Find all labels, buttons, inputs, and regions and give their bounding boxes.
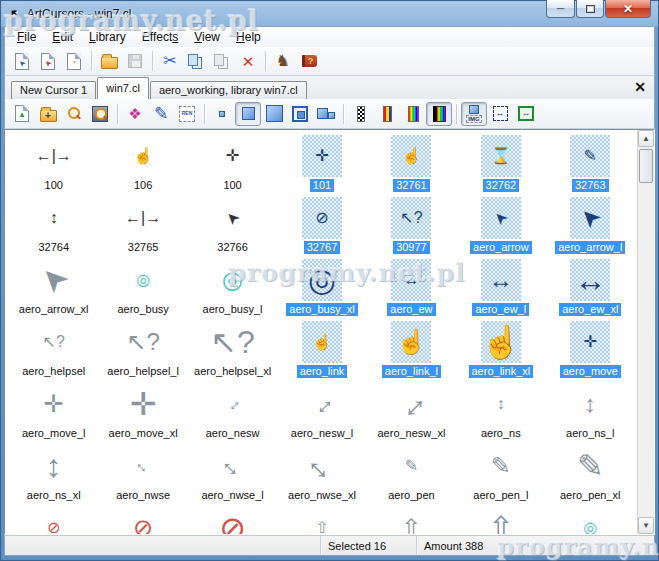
crop-button[interactable]: ↔ [487,102,513,126]
cursor-tile-32763[interactable]: ✎32763 [546,135,635,197]
cursor-label: aero_busy [114,303,171,316]
cursor-tile-32761[interactable]: ☝32761 [367,135,456,197]
cursor-tile-aero_ew_xl[interactable]: ↔aero_ew_xl [546,259,635,321]
minimize-button[interactable]: ─ [546,0,575,18]
cursor-glyph: ↔ [305,387,339,421]
cursor-tile-aero_ns_l[interactable]: ↕aero_ns_l [546,383,635,445]
cursor-tile-aero_nwse_xl[interactable]: ↔aero_nwse_xl [277,445,366,507]
view-medium-button[interactable] [235,102,261,126]
menu-edit[interactable]: Edit [44,28,81,46]
tab-close-icon[interactable]: ✕ [634,79,646,95]
open-button[interactable] [96,49,122,73]
mono-palette-button[interactable] [348,102,374,126]
cursor-tile-32762[interactable]: ⌛32762 [456,135,545,197]
new-from-image-button[interactable]: ➤ [35,49,61,73]
tab-aero-working-library-win7-cl[interactable]: aero_working, library win7.cl [150,81,307,99]
cursor-tile-100[interactable]: ✛100 [188,135,277,197]
add-to-library-button[interactable]: + [35,102,61,126]
cursor-tile-aero_nesw[interactable]: ↔aero_nesw [188,383,277,445]
rename-button[interactable]: REN [174,102,200,126]
cursor-tile-aero_working[interactable]: ◎aero_working [546,507,635,534]
scroll-thumb[interactable] [639,149,653,183]
new-animated-cursor-button[interactable]: ◔ [61,49,87,73]
view-small-button[interactable] [209,102,235,126]
cursor-tile-aero_pen_xl[interactable]: ✎aero_pen_xl [546,445,635,507]
menu-library[interactable]: Library [81,28,134,46]
cursor-tile-aero_ew[interactable]: ↔aero_ew [367,259,456,321]
cut-button[interactable]: ✂ [157,49,183,73]
new-cursor-button[interactable]: ➤ [9,49,35,73]
cursor-tile-30977[interactable]: ↖?30977 [367,197,456,259]
cursor-tile-aero_busy[interactable]: ◎aero_busy [98,259,187,321]
cursor-tile-aero_up_xl[interactable]: ⇧aero_up_xl [456,507,545,534]
cursor-tile-aero_arrow_l[interactable]: ➤aero_arrow_l [546,197,635,259]
cursor-tile-aero_unavail[interactable]: ⊘aero_unavail [9,507,98,534]
cursor-tile-aero_helpsel[interactable]: ↖?aero_helpsel [9,321,98,383]
cursor-tile-aero_move_l[interactable]: ✛aero_move_l [9,383,98,445]
cursor-tile-aero_helpsel_l[interactable]: ↖?aero_helpsel_l [98,321,187,383]
delete-button[interactable]: ✕ [235,49,261,73]
scroll-down-button[interactable]: ▼ [638,517,654,534]
cursor-tile-aero_nesw_xl[interactable]: ↔aero_nesw_xl [367,383,456,445]
cursor-tile-aero_ns[interactable]: ↕aero_ns [456,383,545,445]
maximize-button[interactable] [576,0,604,18]
truecolor-palette-button[interactable] [426,102,452,126]
cursor-tile-aero_arrow_xl[interactable]: ➤aero_arrow_xl [9,259,98,321]
cursor-grid: ←|→100☝106✛100✛101☝32761⌛32762✎32763↕327… [5,130,637,534]
palette-256-button[interactable] [400,102,426,126]
find-in-files-button[interactable] [87,102,113,126]
new-image-button[interactable]: ▲ [9,102,35,126]
arrange-button[interactable]: ❖ [122,102,148,126]
cursor-tile-aero_pen_l[interactable]: ✎aero_pen_l [456,445,545,507]
scroll-up-button[interactable]: ▲ [638,130,654,147]
cursor-tile-aero_nesw_l[interactable]: ↔aero_nesw_l [277,383,366,445]
cursor-tile-aero_nwse_l[interactable]: ↔aero_nwse_l [188,445,277,507]
copy-button[interactable] [183,49,209,73]
view-actual-size-button[interactable] [287,102,313,126]
cursor-tile-aero_nwse[interactable]: ↔aero_nwse [98,445,187,507]
menu-view[interactable]: View [186,28,228,46]
cursor-tile-aero_up[interactable]: ⇧aero_up [277,507,366,534]
cursor-tile-aero_link[interactable]: ☝aero_link [277,321,366,383]
cursor-tile-aero_ew_l[interactable]: ↔aero_ew_l [456,259,545,321]
cursor-tile-aero_link_l[interactable]: ☝aero_link_l [367,321,456,383]
cursor-glyph: ☝ [401,148,421,164]
edit-button[interactable]: ✎ [148,102,174,126]
cursor-tile-aero_arrow[interactable]: ➤aero_arrow [456,197,545,259]
tab-win7-cl[interactable]: win7.cl [97,77,149,99]
export-image-button[interactable]: ↔ [513,102,539,126]
cursor-tile-aero_up_l[interactable]: ⇧aero_up_l [367,507,456,534]
view-large-button[interactable] [261,102,287,126]
cursor-tile-aero_helpsel_xl[interactable]: ↖?aero_helpsel_xl [188,321,277,383]
close-button[interactable]: ✕ [605,0,651,18]
find-button[interactable] [61,102,87,126]
cursor-tile-aero_busy_l[interactable]: ◎aero_busy_l [188,259,277,321]
menu-file[interactable]: File [9,28,44,46]
test-cursor-button[interactable]: ♞ [270,49,296,73]
cursor-tile-32764[interactable]: ↕32764 [9,197,98,259]
cursor-tile-aero_busy_xl[interactable]: ◎aero_busy_xl [277,259,366,321]
cursor-tile-aero_unavail_l[interactable]: ⊘aero_unavail_l [98,507,187,534]
cursor-tile-aero_move_xl[interactable]: ✛aero_move_xl [98,383,187,445]
palette-16-button[interactable] [374,102,400,126]
vertical-scrollbar[interactable]: ▲ ▼ [637,130,654,534]
cursor-tile-aero_move[interactable]: ✛aero_move [546,321,635,383]
cursor-tile-aero_ns_xl[interactable]: ↕aero_ns_xl [9,445,98,507]
tab-new-cursor-1[interactable]: New Cursor 1 [11,81,96,99]
cursor-tile-aero_unavail_xl[interactable]: ⊘aero_unavail_xl [188,507,277,534]
menu-effects[interactable]: Effects [134,28,186,46]
show-images-button[interactable]: IMG [461,102,487,126]
status-panel-empty [5,536,321,555]
cursor-tile-32767[interactable]: ⊘32767 [277,197,366,259]
cursor-tile-32766[interactable]: ➤32766 [188,197,277,259]
cursor-tile-106[interactable]: ☝106 [98,135,187,197]
cursor-tile-32765[interactable]: ←|→32765 [98,197,187,259]
cursor-tile-aero_link_xl[interactable]: ☝aero_link_xl [456,321,545,383]
cursor-tile-aero_pen[interactable]: ✎aero_pen [367,445,456,507]
scroll-track[interactable] [638,147,654,517]
menu-help[interactable]: Help [228,28,269,46]
cursor-tile-100[interactable]: ←|→100 [9,135,98,197]
view-pairs-button[interactable] [313,102,339,126]
cursor-tile-101[interactable]: ✛101 [277,135,366,197]
help-button[interactable]: ? [296,49,322,73]
